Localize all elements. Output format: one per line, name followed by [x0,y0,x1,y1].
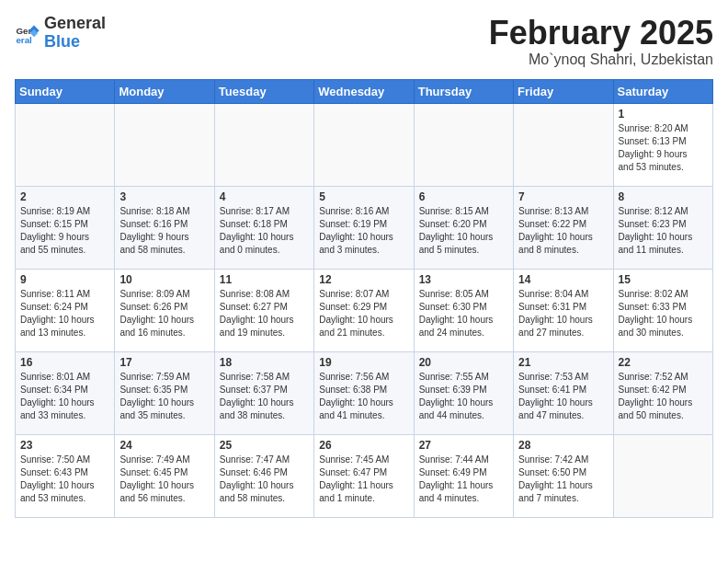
day-info: Sunrise: 8:16 AM Sunset: 6:19 PM Dayligh… [319,205,408,257]
day-number: 13 [419,273,508,286]
day-number: 21 [518,356,608,369]
calendar-week-row: 1Sunrise: 8:20 AM Sunset: 6:13 PM Daylig… [16,103,713,186]
day-of-week-header: Sunday [16,79,115,103]
day-number: 16 [20,356,109,369]
day-info: Sunrise: 8:08 AM Sunset: 6:27 PM Dayligh… [220,288,309,339]
calendar-cell: 28Sunrise: 7:42 AM Sunset: 6:50 PM Dayli… [514,434,613,517]
calendar-cell: 17Sunrise: 7:59 AM Sunset: 6:35 PM Dayli… [115,351,214,434]
logo: Gen eral General Blue [15,15,106,52]
day-number: 14 [518,273,608,286]
day-number: 25 [220,439,309,452]
day-info: Sunrise: 8:15 AM Sunset: 6:20 PM Dayligh… [419,205,508,257]
day-number: 18 [220,356,309,369]
day-info: Sunrise: 7:44 AM Sunset: 6:49 PM Dayligh… [419,454,508,505]
logo-blue-text: Blue [44,33,106,52]
day-info: Sunrise: 7:47 AM Sunset: 6:46 PM Dayligh… [220,454,309,505]
day-number: 8 [619,190,708,203]
calendar-cell: 20Sunrise: 7:55 AM Sunset: 6:39 PM Dayli… [414,351,513,434]
calendar-cell: 18Sunrise: 7:58 AM Sunset: 6:37 PM Dayli… [214,351,313,434]
day-info: Sunrise: 8:19 AM Sunset: 6:15 PM Dayligh… [20,205,109,257]
day-info: Sunrise: 8:04 AM Sunset: 6:31 PM Dayligh… [518,288,608,339]
day-of-week-header: Friday [514,79,613,103]
day-info: Sunrise: 8:05 AM Sunset: 6:30 PM Dayligh… [419,288,508,339]
day-number: 1 [619,108,708,121]
day-info: Sunrise: 7:56 AM Sunset: 6:38 PM Dayligh… [319,371,408,422]
calendar-cell: 6Sunrise: 8:15 AM Sunset: 6:20 PM Daylig… [414,186,513,269]
svg-text:eral: eral [16,35,32,45]
day-number: 6 [419,190,508,203]
calendar-cell [414,103,513,186]
calendar-title: February 2025 [489,15,713,52]
day-info: Sunrise: 7:42 AM Sunset: 6:50 PM Dayligh… [518,454,608,505]
day-info: Sunrise: 8:09 AM Sunset: 6:26 PM Dayligh… [119,288,209,339]
day-number: 26 [319,439,408,452]
calendar-week-row: 9Sunrise: 8:11 AM Sunset: 6:24 PM Daylig… [16,269,713,351]
calendar-cell: 16Sunrise: 8:01 AM Sunset: 6:34 PM Dayli… [16,351,115,434]
calendar-cell: 1Sunrise: 8:20 AM Sunset: 6:13 PM Daylig… [613,103,712,186]
day-number: 15 [619,273,708,286]
logo-general-text: General [44,15,106,33]
day-number: 4 [220,190,309,203]
day-info: Sunrise: 7:58 AM Sunset: 6:37 PM Dayligh… [220,371,309,422]
calendar-cell: 5Sunrise: 8:16 AM Sunset: 6:19 PM Daylig… [314,186,414,269]
calendar-cell [214,103,313,186]
day-number: 27 [419,439,508,452]
day-number: 20 [419,356,508,369]
day-info: Sunrise: 8:07 AM Sunset: 6:29 PM Dayligh… [319,288,408,339]
day-number: 11 [220,273,309,286]
day-info: Sunrise: 7:59 AM Sunset: 6:35 PM Dayligh… [119,371,209,422]
day-of-week-header: Wednesday [314,79,414,103]
day-number: 28 [518,439,608,452]
day-info: Sunrise: 7:55 AM Sunset: 6:39 PM Dayligh… [419,371,508,422]
day-number: 17 [119,356,209,369]
day-number: 19 [319,356,408,369]
calendar-cell [514,103,613,186]
day-number: 7 [518,190,608,203]
calendar-cell: 8Sunrise: 8:12 AM Sunset: 6:23 PM Daylig… [613,186,712,269]
day-info: Sunrise: 8:13 AM Sunset: 6:22 PM Dayligh… [518,205,608,257]
day-number: 2 [20,190,109,203]
calendar-cell: 26Sunrise: 7:45 AM Sunset: 6:47 PM Dayli… [314,434,414,517]
day-number: 24 [119,439,209,452]
calendar-cell: 27Sunrise: 7:44 AM Sunset: 6:49 PM Dayli… [414,434,513,517]
day-info: Sunrise: 8:02 AM Sunset: 6:33 PM Dayligh… [619,288,708,339]
calendar-cell: 19Sunrise: 7:56 AM Sunset: 6:38 PM Dayli… [314,351,414,434]
calendar-cell: 21Sunrise: 7:53 AM Sunset: 6:41 PM Dayli… [514,351,613,434]
day-number: 5 [319,190,408,203]
calendar-table: SundayMondayTuesdayWednesdayThursdayFrid… [15,79,713,518]
calendar-cell: 15Sunrise: 8:02 AM Sunset: 6:33 PM Dayli… [613,269,712,351]
day-of-week-header: Thursday [414,79,513,103]
day-info: Sunrise: 7:49 AM Sunset: 6:45 PM Dayligh… [119,454,209,505]
day-of-week-header: Monday [115,79,214,103]
day-number: 22 [619,356,708,369]
day-info: Sunrise: 8:11 AM Sunset: 6:24 PM Dayligh… [20,288,109,339]
calendar-cell: 22Sunrise: 7:52 AM Sunset: 6:42 PM Dayli… [613,351,712,434]
calendar-cell: 2Sunrise: 8:19 AM Sunset: 6:15 PM Daylig… [16,186,115,269]
calendar-subtitle: Mo`ynoq Shahri, Uzbekistan [489,52,713,68]
calendar-week-row: 16Sunrise: 8:01 AM Sunset: 6:34 PM Dayli… [16,351,713,434]
day-info: Sunrise: 8:01 AM Sunset: 6:34 PM Dayligh… [20,371,109,422]
day-info: Sunrise: 7:53 AM Sunset: 6:41 PM Dayligh… [518,371,608,422]
calendar-cell: 23Sunrise: 7:50 AM Sunset: 6:43 PM Dayli… [16,434,115,517]
calendar-cell: 9Sunrise: 8:11 AM Sunset: 6:24 PM Daylig… [16,269,115,351]
calendar-cell: 11Sunrise: 8:08 AM Sunset: 6:27 PM Dayli… [214,269,313,351]
day-number: 23 [20,439,109,452]
day-number: 3 [119,190,209,203]
logo-text: General Blue [44,15,106,52]
calendar-cell [613,434,712,517]
day-info: Sunrise: 8:20 AM Sunset: 6:13 PM Dayligh… [619,122,708,174]
calendar-cell [115,103,214,186]
calendar-cell: 4Sunrise: 8:17 AM Sunset: 6:18 PM Daylig… [214,186,313,269]
calendar-cell: 24Sunrise: 7:49 AM Sunset: 6:45 PM Dayli… [115,434,214,517]
day-number: 10 [119,273,209,286]
calendar-cell [16,103,115,186]
day-of-week-header: Tuesday [214,79,313,103]
calendar-cell: 13Sunrise: 8:05 AM Sunset: 6:30 PM Dayli… [414,269,513,351]
title-block: February 2025 Mo`ynoq Shahri, Uzbekistan [489,15,713,68]
calendar-week-row: 23Sunrise: 7:50 AM Sunset: 6:43 PM Dayli… [16,434,713,517]
calendar-header-row: SundayMondayTuesdayWednesdayThursdayFrid… [16,79,713,103]
calendar-cell: 10Sunrise: 8:09 AM Sunset: 6:26 PM Dayli… [115,269,214,351]
calendar-cell [314,103,414,186]
day-number: 9 [20,273,109,286]
day-info: Sunrise: 7:45 AM Sunset: 6:47 PM Dayligh… [319,454,408,505]
